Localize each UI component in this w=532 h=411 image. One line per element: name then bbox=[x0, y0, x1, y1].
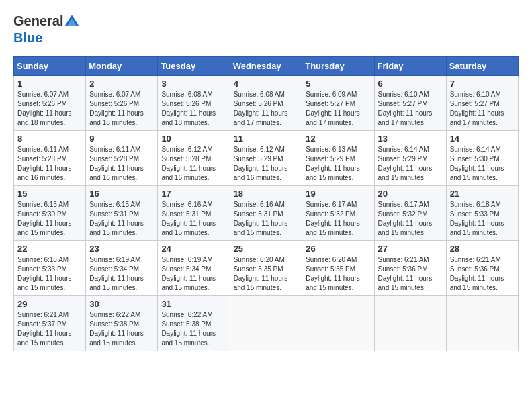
day-info: Sunrise: 6:11 AMSunset: 5:28 PMDaylight:… bbox=[17, 145, 82, 183]
day-header-tuesday: Tuesday bbox=[158, 56, 230, 75]
calendar-cell: 31Sunrise: 6:22 AMSunset: 5:38 PMDayligh… bbox=[158, 295, 230, 351]
day-info: Sunrise: 6:10 AMSunset: 5:27 PMDaylight:… bbox=[450, 90, 515, 128]
day-number: 3 bbox=[161, 79, 226, 89]
day-number: 31 bbox=[161, 299, 226, 309]
day-number: 28 bbox=[450, 244, 515, 254]
day-info: Sunrise: 6:18 AMSunset: 5:33 PMDaylight:… bbox=[17, 255, 82, 293]
day-number: 12 bbox=[306, 134, 370, 144]
day-info: Sunrise: 6:07 AMSunset: 5:26 PMDaylight:… bbox=[89, 90, 154, 128]
day-info: Sunrise: 6:15 AMSunset: 5:30 PMDaylight:… bbox=[17, 200, 82, 238]
calendar-week-row: 29Sunrise: 6:21 AMSunset: 5:37 PMDayligh… bbox=[14, 295, 519, 351]
calendar-cell: 25Sunrise: 6:20 AMSunset: 5:35 PMDayligh… bbox=[230, 240, 302, 295]
calendar-cell: 13Sunrise: 6:14 AMSunset: 5:29 PMDayligh… bbox=[374, 130, 446, 185]
calendar-week-row: 1Sunrise: 6:07 AMSunset: 5:26 PMDaylight… bbox=[14, 75, 519, 130]
day-info: Sunrise: 6:14 AMSunset: 5:29 PMDaylight:… bbox=[378, 145, 443, 183]
day-info: Sunrise: 6:17 AMSunset: 5:32 PMDaylight:… bbox=[306, 200, 370, 238]
day-number: 6 bbox=[378, 79, 443, 89]
day-info: Sunrise: 6:10 AMSunset: 5:27 PMDaylight:… bbox=[378, 90, 443, 128]
day-number: 7 bbox=[450, 79, 515, 89]
day-info: Sunrise: 6:09 AMSunset: 5:27 PMDaylight:… bbox=[306, 90, 370, 128]
calendar-cell: 19Sunrise: 6:17 AMSunset: 5:32 PMDayligh… bbox=[302, 185, 374, 240]
calendar-cell: 3Sunrise: 6:08 AMSunset: 5:26 PMDaylight… bbox=[158, 75, 230, 130]
calendar-cell: 28Sunrise: 6:21 AMSunset: 5:36 PMDayligh… bbox=[446, 240, 518, 295]
day-number: 25 bbox=[234, 244, 299, 254]
day-info: Sunrise: 6:15 AMSunset: 5:31 PMDaylight:… bbox=[89, 200, 154, 238]
day-header-wednesday: Wednesday bbox=[230, 56, 302, 75]
day-number: 8 bbox=[17, 134, 82, 144]
calendar-cell bbox=[302, 295, 374, 351]
day-number: 11 bbox=[234, 134, 299, 144]
day-header-thursday: Thursday bbox=[302, 56, 374, 75]
calendar-cell: 16Sunrise: 6:15 AMSunset: 5:31 PMDayligh… bbox=[86, 185, 158, 240]
calendar-cell bbox=[374, 295, 446, 351]
calendar-week-row: 15Sunrise: 6:15 AMSunset: 5:30 PMDayligh… bbox=[14, 185, 519, 240]
logo-icon bbox=[64, 14, 80, 30]
calendar-cell: 2Sunrise: 6:07 AMSunset: 5:26 PMDaylight… bbox=[86, 75, 158, 130]
day-number: 16 bbox=[89, 189, 154, 199]
day-info: Sunrise: 6:21 AMSunset: 5:37 PMDaylight:… bbox=[17, 310, 82, 348]
calendar-cell: 26Sunrise: 6:20 AMSunset: 5:35 PMDayligh… bbox=[302, 240, 374, 295]
day-number: 9 bbox=[89, 134, 154, 144]
day-info: Sunrise: 6:12 AMSunset: 5:29 PMDaylight:… bbox=[234, 145, 299, 183]
logo-blue: Blue bbox=[13, 30, 42, 45]
day-number: 1 bbox=[17, 79, 82, 89]
calendar-cell: 17Sunrise: 6:16 AMSunset: 5:31 PMDayligh… bbox=[158, 185, 230, 240]
day-info: Sunrise: 6:14 AMSunset: 5:30 PMDaylight:… bbox=[450, 145, 515, 183]
day-info: Sunrise: 6:19 AMSunset: 5:34 PMDaylight:… bbox=[89, 255, 154, 293]
day-info: Sunrise: 6:13 AMSunset: 5:29 PMDaylight:… bbox=[306, 145, 370, 183]
calendar-cell: 18Sunrise: 6:16 AMSunset: 5:31 PMDayligh… bbox=[230, 185, 302, 240]
day-info: Sunrise: 6:16 AMSunset: 5:31 PMDaylight:… bbox=[161, 200, 226, 238]
calendar-cell: 10Sunrise: 6:12 AMSunset: 5:28 PMDayligh… bbox=[158, 130, 230, 185]
calendar-week-row: 8Sunrise: 6:11 AMSunset: 5:28 PMDaylight… bbox=[14, 130, 519, 185]
day-number: 14 bbox=[450, 134, 515, 144]
day-number: 30 bbox=[89, 299, 154, 309]
calendar-cell: 4Sunrise: 6:08 AMSunset: 5:26 PMDaylight… bbox=[230, 75, 302, 130]
calendar-cell bbox=[230, 295, 302, 351]
day-header-sunday: Sunday bbox=[14, 56, 86, 75]
day-number: 18 bbox=[234, 189, 299, 199]
day-info: Sunrise: 6:20 AMSunset: 5:35 PMDaylight:… bbox=[234, 255, 299, 293]
day-number: 4 bbox=[234, 79, 299, 89]
day-info: Sunrise: 6:11 AMSunset: 5:28 PMDaylight:… bbox=[89, 145, 154, 183]
calendar-cell: 23Sunrise: 6:19 AMSunset: 5:34 PMDayligh… bbox=[86, 240, 158, 295]
logo: General Blue bbox=[13, 13, 81, 46]
day-number: 15 bbox=[17, 189, 82, 199]
day-number: 19 bbox=[306, 189, 370, 199]
day-info: Sunrise: 6:17 AMSunset: 5:32 PMDaylight:… bbox=[378, 200, 443, 238]
calendar-cell bbox=[446, 295, 518, 351]
day-header-friday: Friday bbox=[374, 56, 446, 75]
day-info: Sunrise: 6:22 AMSunset: 5:38 PMDaylight:… bbox=[161, 310, 226, 348]
day-info: Sunrise: 6:07 AMSunset: 5:26 PMDaylight:… bbox=[17, 90, 82, 128]
day-info: Sunrise: 6:19 AMSunset: 5:34 PMDaylight:… bbox=[161, 255, 226, 293]
day-header-monday: Monday bbox=[86, 56, 158, 75]
day-number: 24 bbox=[161, 244, 226, 254]
day-info: Sunrise: 6:22 AMSunset: 5:38 PMDaylight:… bbox=[89, 310, 154, 348]
day-number: 23 bbox=[89, 244, 154, 254]
day-number: 21 bbox=[450, 189, 515, 199]
day-number: 27 bbox=[378, 244, 443, 254]
day-number: 20 bbox=[378, 189, 443, 199]
day-number: 13 bbox=[378, 134, 443, 144]
calendar-cell: 14Sunrise: 6:14 AMSunset: 5:30 PMDayligh… bbox=[446, 130, 518, 185]
logo-general: General bbox=[13, 13, 63, 28]
calendar-cell: 27Sunrise: 6:21 AMSunset: 5:36 PMDayligh… bbox=[374, 240, 446, 295]
day-number: 22 bbox=[17, 244, 82, 254]
calendar-cell: 9Sunrise: 6:11 AMSunset: 5:28 PMDaylight… bbox=[86, 130, 158, 185]
calendar-cell: 8Sunrise: 6:11 AMSunset: 5:28 PMDaylight… bbox=[14, 130, 86, 185]
calendar-cell: 7Sunrise: 6:10 AMSunset: 5:27 PMDaylight… bbox=[446, 75, 518, 130]
calendar-cell: 6Sunrise: 6:10 AMSunset: 5:27 PMDaylight… bbox=[374, 75, 446, 130]
calendar-cell: 15Sunrise: 6:15 AMSunset: 5:30 PMDayligh… bbox=[14, 185, 86, 240]
day-info: Sunrise: 6:12 AMSunset: 5:28 PMDaylight:… bbox=[161, 145, 226, 183]
calendar-cell: 29Sunrise: 6:21 AMSunset: 5:37 PMDayligh… bbox=[14, 295, 86, 351]
day-info: Sunrise: 6:18 AMSunset: 5:33 PMDaylight:… bbox=[450, 200, 515, 238]
day-info: Sunrise: 6:20 AMSunset: 5:35 PMDaylight:… bbox=[306, 255, 370, 293]
calendar-cell: 24Sunrise: 6:19 AMSunset: 5:34 PMDayligh… bbox=[158, 240, 230, 295]
day-number: 5 bbox=[306, 79, 370, 89]
day-info: Sunrise: 6:08 AMSunset: 5:26 PMDaylight:… bbox=[161, 90, 226, 128]
calendar-table: SundayMondayTuesdayWednesdayThursdayFrid… bbox=[13, 56, 519, 351]
calendar-cell: 11Sunrise: 6:12 AMSunset: 5:29 PMDayligh… bbox=[230, 130, 302, 185]
logo-text: General Blue bbox=[13, 13, 81, 46]
day-number: 17 bbox=[161, 189, 226, 199]
calendar-cell: 21Sunrise: 6:18 AMSunset: 5:33 PMDayligh… bbox=[446, 185, 518, 240]
day-info: Sunrise: 6:21 AMSunset: 5:36 PMDaylight:… bbox=[378, 255, 443, 293]
